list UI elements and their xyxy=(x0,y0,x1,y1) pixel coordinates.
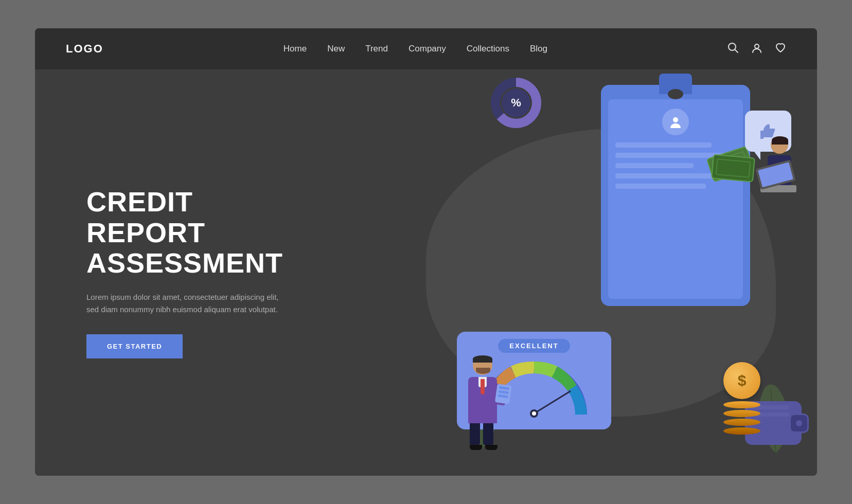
svg-line-1 xyxy=(735,49,738,52)
logo: LOGO xyxy=(66,42,103,56)
person-shoes xyxy=(470,445,498,450)
svg-point-12 xyxy=(532,411,536,416)
percent-donut: % xyxy=(488,75,544,131)
nav-item-home[interactable]: Home xyxy=(283,44,307,54)
nav-links: Home New Trend Company Collections Blog xyxy=(283,44,547,54)
person-standing xyxy=(467,355,498,450)
clip-hole xyxy=(668,89,683,99)
coins-stack: $ xyxy=(723,362,760,435)
hero-description: Lorem ipsum dolor sit amet, consectetuer… xyxy=(86,291,292,316)
bubble-tail xyxy=(754,152,760,160)
search-icon[interactable] xyxy=(727,42,739,56)
coin-top: $ xyxy=(723,362,760,399)
clipboard-avatar xyxy=(662,109,689,135)
money-bills xyxy=(709,152,760,188)
gauge-label: EXCELLENT xyxy=(498,339,570,353)
coin-4 xyxy=(723,427,760,435)
line-1 xyxy=(615,142,712,148)
hero-illustration: % EXCELLENT xyxy=(426,69,817,476)
clipboard xyxy=(601,85,750,306)
coin-3 xyxy=(723,419,760,426)
get-started-button[interactable]: GET STARTED xyxy=(86,334,183,358)
person-legs xyxy=(470,423,498,445)
hero-title: CREDIT REPORT ASSESSMENT xyxy=(86,187,313,278)
coin-1 xyxy=(723,401,760,408)
svg-point-2 xyxy=(755,44,759,48)
wallet-dot xyxy=(796,420,802,426)
nav-item-collections[interactable]: Collections xyxy=(467,44,509,54)
person-head xyxy=(473,355,492,375)
nav-item-blog[interactable]: Blog xyxy=(530,44,547,54)
hero-section: CREDIT REPORT ASSESSMENT Lorem ipsum dol… xyxy=(35,69,817,476)
person-body xyxy=(468,377,497,423)
line-3 xyxy=(615,163,694,168)
bill-2 xyxy=(711,154,755,183)
person-sitting xyxy=(768,136,791,186)
nav-item-trend[interactable]: Trend xyxy=(365,44,388,54)
nav-icons xyxy=(727,42,786,56)
heart-icon[interactable] xyxy=(775,42,786,56)
browser-window: LOGO Home New Trend Company Collections … xyxy=(35,28,817,476)
svg-text:%: % xyxy=(511,96,521,109)
clipboard-paper xyxy=(608,99,743,299)
sitting-person-body xyxy=(768,155,791,186)
sitting-person-head xyxy=(771,136,788,154)
user-icon[interactable] xyxy=(751,42,762,56)
person-arm xyxy=(491,383,507,405)
navbar: LOGO Home New Trend Company Collections … xyxy=(35,28,817,69)
coin-2 xyxy=(723,410,760,417)
nav-item-new[interactable]: New xyxy=(327,44,345,54)
nav-item-company[interactable]: Company xyxy=(409,44,446,54)
line-5 xyxy=(615,184,706,189)
person-clipboard xyxy=(494,384,511,404)
line-4 xyxy=(615,173,724,178)
wallet-clasp xyxy=(789,413,809,433)
hero-content: CREDIT REPORT ASSESSMENT Lorem ipsum dol… xyxy=(35,187,313,358)
svg-point-5 xyxy=(673,117,678,122)
clipboard-clip xyxy=(659,74,692,94)
